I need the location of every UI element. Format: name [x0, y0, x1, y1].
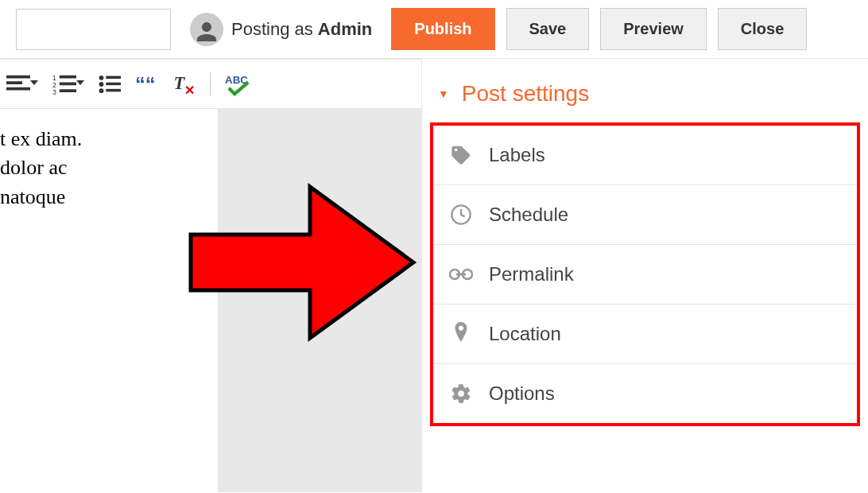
avatar	[190, 13, 223, 46]
align-icon[interactable]	[6, 74, 38, 95]
numbered-list-icon[interactable]: 123	[52, 74, 84, 95]
settings-label: Permalink	[489, 263, 574, 285]
settings-item-schedule[interactable]: Schedule	[433, 185, 857, 245]
content-line: t ex diam.	[0, 125, 210, 153]
settings-label: Schedule	[489, 204, 568, 226]
svg-point-6	[99, 75, 104, 80]
svg-text:3: 3	[52, 87, 56, 95]
svg-text:✕: ✕	[184, 82, 195, 95]
sidebar: ▼ Post settings Labels Schedule	[421, 59, 868, 492]
quote-icon[interactable]: ““	[135, 74, 157, 95]
settings-item-permalink[interactable]: Permalink	[433, 245, 857, 305]
settings-label: Labels	[489, 144, 545, 166]
gear-icon	[449, 382, 473, 406]
settings-label: Options	[489, 382, 555, 405]
settings-panel: Labels Schedule Permalink	[430, 122, 860, 426]
svg-text:T: T	[174, 73, 186, 93]
link-icon	[449, 262, 473, 286]
save-button[interactable]: Save	[506, 8, 590, 50]
settings-item-location[interactable]: Location	[433, 305, 857, 364]
svg-rect-3	[60, 82, 76, 85]
spellcheck-icon[interactable]: ABC	[225, 72, 252, 96]
svg-rect-5	[60, 89, 76, 92]
post-settings-header[interactable]: ▼ Post settings	[422, 73, 868, 122]
annotation-arrow	[175, 171, 421, 357]
svg-text:““: ““	[135, 74, 156, 95]
settings-item-options[interactable]: Options	[433, 364, 857, 423]
posting-as-label: Posting as Admin	[231, 19, 372, 40]
tag-icon	[449, 143, 473, 167]
svg-rect-11	[106, 88, 121, 91]
preview-button[interactable]: Preview	[600, 8, 707, 50]
post-settings-title: Post settings	[462, 81, 589, 107]
publish-button[interactable]: Publish	[391, 8, 494, 50]
settings-item-labels[interactable]: Labels	[433, 126, 857, 185]
header-bar: Posting as Admin Publish Save Preview Cl…	[0, 0, 868, 59]
location-pin-icon	[449, 322, 473, 346]
toolbar-separator	[210, 72, 211, 96]
remove-format-icon[interactable]: T✕	[172, 73, 196, 95]
bullet-list-icon[interactable]	[99, 74, 121, 95]
svg-rect-9	[106, 82, 121, 85]
svg-rect-18	[456, 274, 466, 276]
main-area: 123 ““ T✕ ABC t ex diam. dolor ac natoqu…	[0, 59, 868, 492]
svg-point-8	[99, 82, 104, 87]
post-title-input[interactable]	[16, 9, 171, 50]
settings-label: Location	[489, 323, 561, 345]
svg-rect-1	[60, 75, 76, 78]
collapse-icon: ▼	[438, 87, 449, 100]
close-button[interactable]: Close	[718, 8, 807, 50]
clock-icon	[449, 203, 473, 227]
svg-rect-7	[106, 76, 121, 79]
toolbar: 123 ““ T✕ ABC	[0, 60, 421, 109]
posting-as-section: Posting as Admin	[190, 13, 372, 46]
svg-point-10	[99, 88, 104, 93]
